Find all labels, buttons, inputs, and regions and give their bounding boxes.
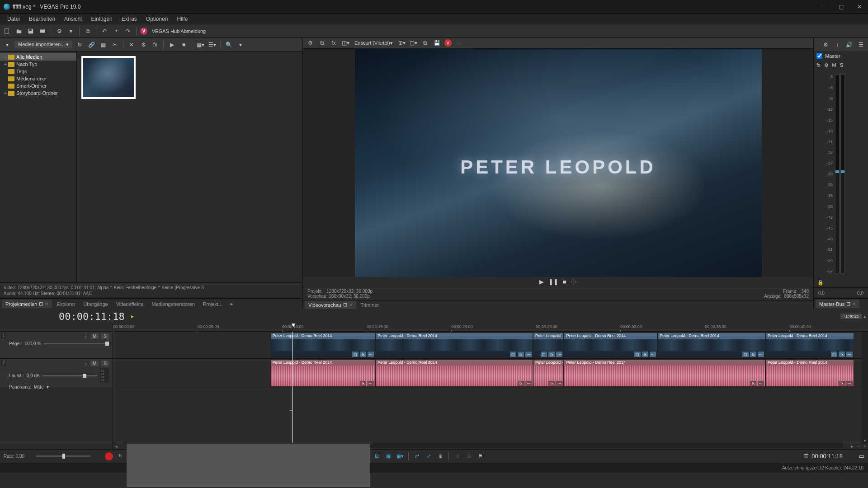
clip-more-icon[interactable]: ⋯	[525, 381, 532, 386]
search-dropdown-icon[interactable]: ▾	[236, 40, 245, 49]
new-project-icon[interactable]	[3, 27, 12, 36]
preview-more-icon[interactable]: ⋯	[571, 278, 577, 285]
media-delete-icon[interactable]: ✕	[127, 40, 136, 49]
scripting-icon[interactable]: ⚑	[476, 452, 485, 460]
tab-videovorschau[interactable]: Videovorschau ⊡ ✕	[305, 300, 356, 309]
ignore-event-icon[interactable]: ⊘	[453, 452, 462, 460]
clip-more-icon[interactable]: ⋯	[758, 381, 764, 386]
clip-more-icon[interactable]: ⋯	[556, 352, 562, 357]
save-icon[interactable]	[26, 27, 35, 36]
audio-clip[interactable]: Peter Leopold - Demo Reel 2014fx⋯	[533, 360, 564, 387]
clip-fx-icon[interactable]: fx	[360, 381, 366, 386]
tree-all-media[interactable]: -Alle Medien	[0, 53, 76, 61]
maximize-button[interactable]: ▢	[836, 3, 846, 11]
track-content[interactable]: Peter Leopold - Demo Reel 2014▢fx⋯Peter …	[113, 332, 862, 443]
track-header-video[interactable]: 1 ⋮MS Pegel: 100,0 %	[0, 332, 113, 359]
media-play-icon[interactable]: ▶	[167, 40, 176, 49]
zoom-in-icon[interactable]: +	[862, 443, 868, 449]
tab-close-icon[interactable]: ✕	[45, 301, 48, 306]
close-button[interactable]: ✕	[854, 3, 864, 11]
master-layout-icon[interactable]: ☰	[856, 40, 865, 49]
properties-icon[interactable]: ⚙	[55, 27, 64, 36]
clip-more-icon[interactable]: ⋯	[556, 381, 562, 386]
quantize-icon[interactable]: ▦	[384, 452, 393, 460]
media-sort-icon[interactable]: ☰▾	[208, 40, 217, 49]
master-checkbox[interactable]	[816, 53, 822, 59]
track-header-audio[interactable]: 2 ⋮MS Lautst.: 0,0 dB 12243648 Panorama:…	[0, 359, 113, 388]
timeline-vscroll-down[interactable]: ▾	[864, 438, 866, 443]
menu-bearbeiten[interactable]: Bearbeiten	[24, 14, 60, 23]
tree-storyboard-folders[interactable]: +Storyboard-Ordner	[0, 89, 76, 97]
clip-crop-icon[interactable]: ▢	[541, 352, 547, 357]
clip-fx-icon[interactable]: fx	[839, 381, 845, 386]
track-level-slider[interactable]	[44, 343, 109, 344]
tab-projektmedien[interactable]: Projektmedien ⊡ ✕	[2, 300, 52, 308]
preview-gear-icon[interactable]: ⚙	[306, 38, 315, 47]
timeline-timecode[interactable]: 00:00:11:18	[0, 311, 131, 322]
tab-close-icon[interactable]: ✕	[349, 302, 353, 307]
video-clip[interactable]: Peter Leopold - Demo Reel 2014▢fx⋯	[270, 333, 376, 357]
zoom-out-icon[interactable]: −	[855, 443, 862, 449]
clip-fx-icon[interactable]: fx	[548, 352, 555, 357]
preview-record-icon[interactable]: V	[444, 39, 452, 47]
audio-clip[interactable]: Peter Leopold - Demo Reel 2014fx⋯	[375, 360, 533, 387]
menu-datei[interactable]: Datei	[3, 14, 24, 23]
menu-einfuegen[interactable]: Einfügen	[86, 14, 117, 23]
clip-more-icon[interactable]: ⋯	[525, 352, 532, 357]
timeline-vscroll-up[interactable]: ▴	[862, 314, 868, 319]
track-solo-button[interactable]: S	[101, 333, 109, 339]
ripple-dropdown-icon[interactable]: ⊕	[436, 452, 445, 460]
hub-label[interactable]: VEGAS Hub Abmeldung	[152, 28, 206, 34]
tab-close-icon[interactable]: ✕	[852, 301, 856, 306]
preview-quality-dropdown[interactable]: Entwurf (Viertel)▾	[353, 40, 395, 46]
master-solo-button[interactable]: S	[840, 62, 843, 68]
media-remove-icon[interactable]: ✂	[110, 40, 119, 49]
tab-pin-icon[interactable]: ⊡	[343, 302, 347, 308]
video-clip[interactable]: Peter Leopold - Demo Reel 2014▢fx⋯	[657, 333, 765, 357]
tab-uebergaenge[interactable]: Übergänge	[80, 300, 111, 308]
rate-slider[interactable]	[36, 455, 90, 457]
playhead[interactable]	[292, 332, 292, 443]
hscroll-thumb[interactable]	[127, 444, 370, 487]
clip-fx-icon[interactable]: fx	[642, 352, 648, 357]
clip-crop-icon[interactable]: ▢	[831, 352, 837, 357]
tree-smart-folders[interactable]: Smart-Ordner	[0, 82, 76, 89]
video-clip[interactable]: Peter Leopold - Dem▢fx⋯	[533, 333, 564, 357]
preview-copy-icon[interactable]: ⧉	[421, 38, 430, 47]
master-lock-icon[interactable]: 🔒	[817, 280, 824, 286]
transport-timecode[interactable]: 00:00:11:18	[811, 453, 843, 460]
menu-extras[interactable]: Extras	[117, 14, 142, 23]
master-fx-button[interactable]: fx	[816, 62, 821, 68]
tab-projektnotizen[interactable]: Projekt...	[199, 300, 226, 308]
clip-crop-icon[interactable]: ▢	[352, 352, 359, 357]
audio-clip[interactable]: Peter Leopold - Demo Reel 2014fx⋯	[765, 360, 854, 387]
tab-pin-icon[interactable]: ⊡	[846, 301, 850, 307]
clip-fx-icon[interactable]: fx	[548, 381, 555, 386]
audio-clip[interactable]: Peter Leopold - Demo Reel 2014fx⋯	[270, 360, 376, 387]
clip-more-icon[interactable]: ⋯	[650, 352, 656, 357]
clip-more-icon[interactable]: ⋯	[846, 381, 853, 386]
autocrossfade-icon[interactable]: ⤢	[424, 452, 433, 460]
audio-clip[interactable]: Peter Leopold - Demo Reel 2014fx⋯	[564, 360, 765, 387]
media-clip-thumbnail[interactable]	[81, 56, 136, 99]
snap-dropdown-icon[interactable]: ▦▾	[396, 452, 405, 460]
timeline-hscroll[interactable]: ◂ ▸ − +	[0, 443, 868, 449]
import-media-button[interactable]: Medien importieren... ▾	[14, 41, 72, 48]
menu-ansicht[interactable]: Ansicht	[60, 14, 86, 23]
menu-optionen[interactable]: Optionen	[142, 14, 173, 23]
track-solo-button[interactable]: S	[101, 361, 109, 366]
undo-dropdown-icon[interactable]: ▾	[112, 27, 121, 36]
auto-group-icon[interactable]: ⊞	[464, 452, 473, 460]
loop-play-icon[interactable]: ↻	[116, 452, 125, 460]
timecode-list-icon[interactable]: ☰	[803, 453, 809, 460]
search-icon[interactable]: 🔍	[224, 40, 233, 49]
preview-play-icon[interactable]: ▶	[539, 278, 544, 285]
media-link-icon[interactable]: 🔗	[87, 40, 96, 49]
preview-pause-icon[interactable]: ❚❚	[548, 278, 558, 285]
timeline-ruler[interactable]: 00:00:00:0000:00:05:0000:00:10:0000:00:1…	[113, 324, 868, 331]
master-automation-icon[interactable]: ⚙	[824, 62, 829, 68]
redo-icon[interactable]: ↷	[123, 27, 132, 36]
clip-fx-icon[interactable]: fx	[518, 352, 524, 357]
media-stop-icon[interactable]: ■	[179, 40, 188, 49]
tab-videoeffekte[interactable]: Videoeffekte	[113, 300, 147, 308]
